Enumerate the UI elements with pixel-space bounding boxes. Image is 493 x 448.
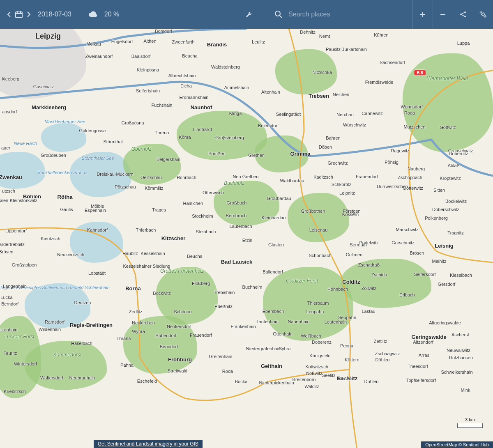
attr-separator: © (457, 442, 463, 447)
place-label: Altenhain (261, 90, 280, 94)
prev-date-button[interactable] (6, 11, 12, 18)
svg-line-12 (462, 13, 465, 14)
date-value[interactable]: 2018-07-03 (38, 11, 71, 18)
place-label: Bockelwitz (445, 199, 467, 204)
place-label: Erdmannshain (180, 95, 209, 100)
place-label: Roda (222, 369, 233, 374)
svg-line-5 (280, 16, 282, 18)
forest-area (177, 111, 267, 160)
gis-promo-link[interactable]: Get Sentinel and Landsat imagery in your… (94, 440, 203, 448)
place-label: Bahren (326, 136, 340, 140)
search-icon[interactable] (274, 10, 283, 18)
share-button[interactable] (453, 0, 473, 29)
svg-point-10 (464, 11, 466, 13)
svg-line-13 (462, 15, 465, 16)
place-label: Königsfeld (309, 353, 330, 358)
place-label: Zedlitz (129, 309, 142, 314)
place-label: Zweinaundorf (85, 54, 113, 59)
place-label: Seelitz (322, 373, 335, 378)
place-label: Borsdorf (155, 29, 172, 34)
place-label: Greifenhain (209, 354, 233, 359)
place-label: Fremdiswalde (365, 80, 393, 85)
settings-group (245, 0, 253, 29)
place-label: Polkenberg (425, 216, 448, 221)
forest-area (288, 193, 349, 242)
place-label: Rüssen-Kleinstorkwitz (0, 198, 37, 203)
place-label: Niedergräfenhain (246, 346, 281, 351)
place-label: Grechwitz (328, 161, 348, 165)
attr-sentinelhub-link[interactable]: Sentinel Hub (463, 442, 489, 447)
place-label: Neue Harth (14, 141, 37, 146)
place-label: Kömmlitz (145, 186, 163, 191)
place-label: Brösen (410, 250, 424, 255)
map-canvas[interactable]: B 6 LeipzigMarkkleebergNaunhofBrandisGri… (0, 29, 493, 448)
cloud-icon (88, 11, 99, 18)
place-label: Dürrweitzschen (377, 184, 408, 189)
place-label: Ragewitz (391, 148, 409, 153)
place-label: Störmthal (103, 139, 122, 144)
place-label: Frankenhain (230, 324, 256, 329)
forest-area (156, 267, 218, 324)
place-label: Brösen (0, 249, 13, 254)
road-shield-b6: B 6 (414, 70, 426, 76)
place-label: Rohrbach (177, 175, 196, 180)
top-toolbar: 2018-07-03 20 % (0, 0, 493, 29)
place-label: Kieselbach (450, 273, 472, 278)
cloud-coverage-group: 20 % (88, 11, 119, 18)
place-label: Nemt (319, 34, 330, 39)
zoom-in-button[interactable] (412, 0, 433, 29)
place-label: Fuchshain (152, 103, 173, 108)
svg-line-16 (485, 16, 486, 18)
place-label: Geithain (261, 363, 282, 369)
attr-osm-link[interactable]: OpenStreetMap (425, 442, 457, 447)
place-label: Sommerfeld (115, 29, 139, 29)
place-label: Lastau (362, 309, 375, 314)
place-label: Kesselshainer Siedlung (123, 264, 170, 269)
place-label: Doberschwitz (432, 207, 459, 212)
place-label: Rochlitz (337, 375, 358, 381)
lake (41, 123, 86, 152)
calendar-icon[interactable] (15, 10, 23, 18)
cloud-percentage[interactable]: 20 % (104, 11, 119, 18)
place-label: Collmen (346, 252, 362, 257)
right-toolbar (412, 0, 493, 29)
place-label: Brandis (207, 41, 227, 48)
zoom-out-button[interactable] (433, 0, 453, 29)
place-label: Stockheim (192, 214, 213, 218)
place-label: Zschaagwitz (375, 351, 400, 356)
place-label: Thierbach (136, 227, 156, 232)
place-label: Neichen (333, 92, 349, 97)
place-label: Baalsdorf (131, 54, 150, 59)
place-label: Kaditzsch (313, 175, 333, 179)
lake (70, 152, 131, 197)
svg-point-4 (275, 11, 280, 16)
next-date-button[interactable] (25, 11, 32, 18)
place-label: Beucha (182, 53, 197, 58)
place-label: Walditz (304, 384, 319, 389)
place-label: Großdeuben (41, 153, 66, 158)
place-label: Syhra (279, 346, 291, 351)
place-label: Pausitz (326, 47, 341, 52)
place-label: Geringswalde (411, 334, 446, 340)
place-label: Böhlen (23, 193, 41, 200)
place-label: Schönbach (309, 253, 331, 258)
wrench-icon[interactable] (245, 10, 253, 18)
place-label: Aitzendorf (413, 340, 433, 345)
place-label: Motterwitz (403, 186, 423, 191)
lake (70, 222, 123, 263)
place-label: ardertrebnitz (0, 242, 25, 247)
place-label: Frauendorf (356, 174, 378, 179)
place-label: Beucha (187, 254, 202, 259)
place-label: Rötha (58, 194, 73, 200)
place-label: Hainichen (183, 201, 203, 206)
scale-label: 3 km (458, 418, 482, 422)
search-input[interactable] (288, 10, 380, 18)
place-label: Leulitz (252, 39, 265, 44)
place-label: Meinitz (432, 259, 447, 264)
place-label: Ammelshain (224, 85, 249, 90)
satellite-button[interactable] (473, 0, 493, 29)
svg-line-15 (480, 11, 481, 13)
place-label: Berndorf (1, 301, 18, 306)
place-label: Döhlen (376, 357, 390, 362)
place-label: Haubitz (122, 251, 138, 256)
